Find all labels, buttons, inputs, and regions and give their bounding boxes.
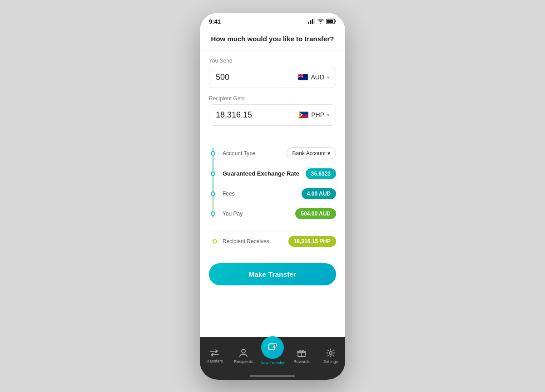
- status-bar: 9:41: [200, 13, 345, 29]
- nav-transfers[interactable]: Transfers: [202, 349, 227, 363]
- receive-amount-input[interactable]: [216, 110, 284, 120]
- you-pay-label: You Pay: [223, 211, 243, 217]
- receive-currency-selector[interactable]: PHP ▾: [298, 111, 329, 118]
- screen: How much would you like to transfer? You…: [200, 29, 345, 337]
- transfers-icon: [209, 349, 219, 357]
- battery-icon: [326, 19, 336, 24]
- account-type-label: Account Type: [223, 150, 256, 157]
- status-icons: [308, 19, 336, 24]
- nav-settings[interactable]: Settings: [318, 348, 343, 364]
- nav-rewards[interactable]: Rewards: [289, 348, 314, 364]
- you-pay-badge: 504.00 AUD: [295, 208, 336, 219]
- send-currency-selector[interactable]: AUD ▾: [298, 74, 329, 81]
- home-bar: [250, 375, 295, 377]
- svg-rect-3: [314, 19, 316, 24]
- send-label: You Send: [209, 58, 336, 64]
- recipient-receives-label: Recipient Receives: [223, 238, 269, 245]
- send-amount-input[interactable]: [216, 73, 284, 82]
- time-display: 9:41: [209, 18, 221, 25]
- svg-point-22: [242, 349, 245, 353]
- receive-input-container[interactable]: PHP ▾: [209, 104, 336, 126]
- recipient-receives-badge: 18,316.15 PHP: [288, 236, 336, 247]
- form-area: You Send: [200, 50, 345, 140]
- transfer-btn-area: Make Transfer: [200, 259, 345, 294]
- php-flag: [298, 112, 308, 118]
- new-transfer-icon: [268, 343, 277, 353]
- receive-label: Recipient Gets: [209, 95, 336, 102]
- nav-new-transfer[interactable]: New Transfer: [260, 336, 285, 365]
- recipient-receives-section: Recipient Receives 18,316.15 PHP: [200, 231, 345, 259]
- svg-rect-23: [269, 344, 275, 350]
- svg-rect-0: [308, 22, 309, 24]
- recipients-icon: [239, 348, 248, 358]
- aud-flag: [298, 74, 308, 80]
- nav-new-transfer-label: New Transfer: [260, 361, 285, 365]
- nav-transfers-label: Transfers: [206, 359, 223, 363]
- account-type-value: Bank Account: [292, 150, 326, 157]
- page-title: How much would you like to transfer?: [200, 29, 345, 50]
- bottom-nav: Transfers Recipients New Transfer: [200, 337, 345, 372]
- home-indicator: [200, 372, 345, 380]
- timeline-dot-1: [211, 151, 215, 156]
- receive-currency-chevron: ▾: [327, 113, 329, 118]
- timeline-dot-2: [211, 172, 215, 176]
- timeline-dot-4: [211, 211, 215, 216]
- rewards-icon: [297, 348, 306, 358]
- you-pay-row: You Pay 504.00 AUD: [223, 204, 336, 224]
- nav-recipients-label: Recipients: [234, 359, 253, 364]
- exchange-rate-badge: 36.6323: [306, 168, 336, 179]
- timeline-dot-3: [211, 191, 215, 196]
- receive-currency-code: PHP: [311, 111, 324, 118]
- svg-rect-6: [335, 20, 336, 22]
- send-currency-code: AUD: [311, 74, 324, 81]
- recipient-dot: [213, 239, 217, 244]
- send-currency-chevron: ▾: [327, 75, 329, 80]
- svg-rect-16: [298, 75, 303, 76]
- nav-settings-label: Settings: [323, 359, 338, 364]
- timeline: Account Type Bank Account ▾ Guaranteed E…: [209, 143, 336, 224]
- signal-icon: [308, 19, 315, 24]
- recipient-receives-row: Recipient Receives 18,316.15 PHP: [209, 231, 336, 251]
- svg-rect-1: [310, 20, 312, 24]
- exchange-rate-label: Guaranteed Exchange Rate: [223, 170, 299, 177]
- fees-row: Fees 4.00 AUD: [223, 184, 336, 204]
- account-type-row: Account Type Bank Account ▾: [223, 143, 336, 164]
- new-transfer-button[interactable]: [261, 336, 284, 359]
- settings-icon: [326, 348, 335, 358]
- fees-label: Fees: [223, 191, 235, 197]
- exchange-rate-row: Guaranteed Exchange Rate 36.6323: [223, 164, 336, 184]
- wifi-icon: [317, 19, 324, 24]
- fees-badge: 4.00 AUD: [302, 188, 336, 199]
- make-transfer-button[interactable]: Make Transfer: [209, 263, 336, 285]
- svg-rect-5: [327, 20, 333, 23]
- info-section: Account Type Bank Account ▾ Guaranteed E…: [200, 140, 345, 231]
- svg-point-21: [300, 114, 301, 116]
- account-type-chevron: ▾: [327, 150, 330, 157]
- account-type-badge[interactable]: Bank Account ▾: [287, 147, 336, 159]
- send-input-container[interactable]: AUD ▾: [209, 67, 336, 88]
- svg-point-26: [329, 352, 332, 354]
- svg-rect-2: [312, 19, 313, 24]
- nav-rewards-label: Rewards: [293, 359, 310, 364]
- nav-recipients[interactable]: Recipients: [231, 348, 256, 364]
- phone-frame: 9:41 How: [200, 13, 345, 380]
